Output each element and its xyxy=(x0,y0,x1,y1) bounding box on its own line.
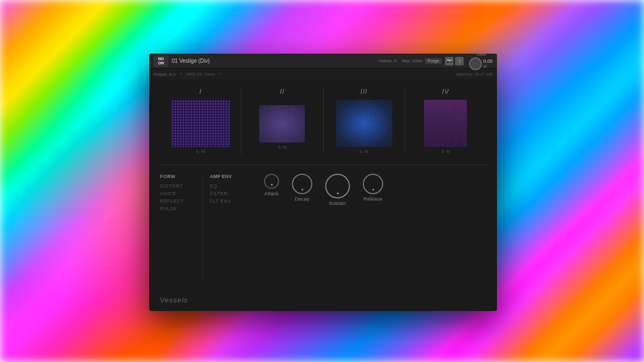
instrument-name: 01 Vestige (Div) xyxy=(172,58,376,64)
slot-3-m-button[interactable]: M xyxy=(364,149,368,154)
slot-3-sm: S M xyxy=(360,149,368,154)
knobs-section: Attack Decay Sustain xyxy=(251,174,486,282)
plugin-window: NO ON 01 Vestige (Div) Voices: 0 Max: 10… xyxy=(149,54,497,311)
slot-4-m-button[interactable]: M xyxy=(447,149,450,154)
sustain-knob[interactable] xyxy=(325,174,350,198)
amp-env-eq[interactable]: EQ xyxy=(210,182,245,190)
decay-knob-group: Decay xyxy=(292,174,312,202)
svg-rect-1 xyxy=(336,100,392,147)
sample-slots: I S M II xyxy=(160,88,486,154)
output-info: Output: st.1 xyxy=(153,72,175,77)
form-pulse[interactable]: PULSE xyxy=(160,205,196,212)
svg-rect-2 xyxy=(424,100,467,147)
slot-3: III S M xyxy=(324,88,405,154)
camera-icon[interactable]: 📷 xyxy=(445,57,453,65)
slot-4-s-button[interactable]: S xyxy=(441,149,444,154)
tune-unit: st xyxy=(483,64,493,69)
slot-2-noise xyxy=(259,105,305,143)
midi-info: MIDI Ch: Omni xyxy=(186,72,215,77)
amp-env-title: Amp Env xyxy=(210,174,245,179)
slot-1-m-button[interactable]: M xyxy=(201,149,205,154)
controls-row: FORM DISTORT VOICE REFLECT PULSE Amp Env… xyxy=(160,169,486,282)
decay-knob[interactable] xyxy=(292,174,312,194)
slot-4-noise xyxy=(424,100,467,147)
svg-rect-0 xyxy=(259,105,305,143)
section-divider xyxy=(160,165,486,165)
slot-4-thumbnail[interactable] xyxy=(424,100,467,147)
attack-knob-indicator xyxy=(271,184,273,186)
tune-value: 0.00 xyxy=(483,58,493,64)
decay-label: Decay xyxy=(295,196,309,202)
tune-label: Tune xyxy=(476,54,486,57)
header-row2: Output: st.1 ▼ MIDI Ch: Omni ▼ Memory: 3… xyxy=(149,69,497,79)
decay-knob-indicator xyxy=(302,189,303,190)
slot-1-overlay xyxy=(171,100,230,147)
slot-3-number: III xyxy=(361,88,368,95)
amp-env-nav: Amp Env EQ Filter Flt Env xyxy=(203,174,251,282)
slot-1-s-button[interactable]: S xyxy=(196,149,199,154)
release-knob[interactable] xyxy=(363,174,383,194)
form-distort[interactable]: DISTORT xyxy=(160,182,196,190)
footer: Vessels xyxy=(149,291,497,311)
slot-1-sm: S M xyxy=(196,149,205,154)
slot-2-m-button[interactable]: M xyxy=(283,145,287,150)
slot-1-thumbnail[interactable] xyxy=(171,100,230,147)
form-reflect[interactable]: REFLECT xyxy=(160,197,196,205)
form-nav: FORM DISTORT VOICE REFLECT PULSE xyxy=(160,174,203,282)
sustain-knob-group: Sustain xyxy=(325,174,350,206)
sustain-label: Sustain xyxy=(329,201,346,206)
voice-info: Voices: 0 Max: 1000 xyxy=(379,58,422,63)
release-knob-indicator xyxy=(372,189,374,190)
attack-label: Attack xyxy=(265,191,279,196)
attack-knob[interactable] xyxy=(264,174,279,189)
slot-1: I S M xyxy=(160,88,241,154)
slot-2-sm: S M xyxy=(278,145,287,150)
amp-env-flt-env[interactable]: Flt Env xyxy=(210,197,245,205)
attack-knob-group: Attack xyxy=(264,174,279,196)
release-label: Release xyxy=(363,196,382,202)
form-title: FORM xyxy=(160,174,196,179)
slot-2-s-button[interactable]: S xyxy=(278,145,281,150)
release-knob-group: Release xyxy=(363,174,383,202)
brand-name: Vessels xyxy=(160,296,188,304)
slot-3-thumbnail[interactable] xyxy=(336,100,392,147)
slot-4: IV S M xyxy=(405,88,486,154)
form-voice[interactable]: VOICE xyxy=(160,190,196,197)
slot-3-s-button[interactable]: S xyxy=(360,149,362,154)
info-icon[interactable]: i xyxy=(455,57,464,65)
main-content: I S M II xyxy=(149,79,497,291)
header-icons: 📷 i xyxy=(445,57,464,65)
slot-2-number: II xyxy=(280,88,285,95)
sustain-knob-indicator xyxy=(337,193,339,194)
slot-3-noise xyxy=(336,100,392,147)
amp-env-filter[interactable]: Filter xyxy=(210,190,245,197)
logo: NO ON xyxy=(153,55,169,67)
slot-2-thumbnail[interactable] xyxy=(259,105,305,143)
slot-1-number: I xyxy=(199,88,201,95)
tune-knob[interactable] xyxy=(469,57,482,70)
slot-4-sm: S M xyxy=(441,149,450,154)
memory-info: Memory: 39.27 MB xyxy=(456,72,493,77)
purge-button[interactable]: Purge xyxy=(425,58,442,64)
header-row1: NO ON 01 Vestige (Div) Voices: 0 Max: 10… xyxy=(149,54,497,69)
slot-2: II S M xyxy=(241,88,323,154)
slot-4-number: IV xyxy=(442,88,449,95)
